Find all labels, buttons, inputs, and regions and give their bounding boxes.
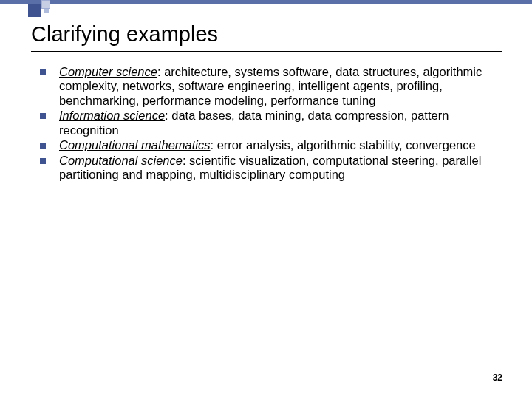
bullet-icon bbox=[40, 158, 46, 164]
slide-body: Clarifying examples Computer science: ar… bbox=[0, 0, 532, 183]
bullet-icon bbox=[40, 113, 46, 119]
list-item: Computational science: scientific visual… bbox=[37, 154, 502, 183]
bullet-text: : error analysis, algorithmic stability,… bbox=[211, 138, 476, 151]
bullet-icon bbox=[40, 143, 46, 149]
bullet-term: Computational science bbox=[59, 154, 183, 167]
bullet-term: Information science bbox=[59, 109, 165, 122]
header-bar bbox=[0, 0, 532, 4]
title-rule bbox=[31, 51, 502, 52]
deco-square-dark bbox=[28, 4, 41, 17]
bullet-term: Computational mathematics bbox=[59, 138, 211, 151]
list-item: Computer science: architecture, systems … bbox=[37, 65, 502, 108]
header-decoration bbox=[0, 0, 532, 15]
slide-title: Clarifying examples bbox=[31, 22, 502, 47]
page-number: 32 bbox=[493, 372, 502, 383]
deco-square-light bbox=[41, 0, 50, 9]
list-item: Information science: data bases, data mi… bbox=[37, 109, 502, 137]
bullet-list: Computer science: architecture, systems … bbox=[31, 65, 502, 183]
bullet-icon bbox=[40, 69, 46, 75]
deco-square-tiny bbox=[44, 9, 49, 13]
list-item: Computational mathematics: error analysi… bbox=[37, 138, 502, 152]
bullet-term: Computer science bbox=[59, 65, 157, 78]
